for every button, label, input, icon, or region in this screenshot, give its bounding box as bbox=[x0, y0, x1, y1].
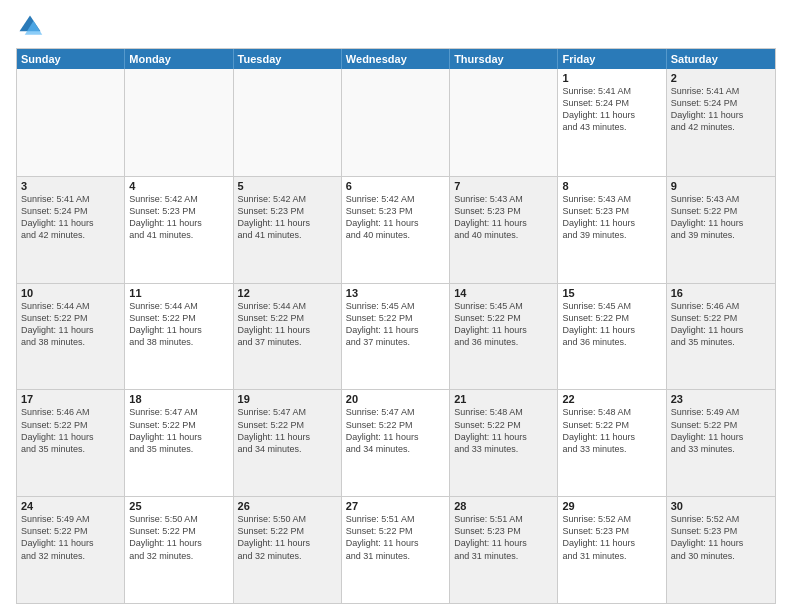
day-cell-20: 20Sunrise: 5:47 AM Sunset: 5:22 PM Dayli… bbox=[342, 390, 450, 496]
day-number: 29 bbox=[562, 500, 661, 512]
day-number: 19 bbox=[238, 393, 337, 405]
day-info: Sunrise: 5:48 AM Sunset: 5:22 PM Dayligh… bbox=[454, 406, 553, 455]
day-number: 20 bbox=[346, 393, 445, 405]
day-info: Sunrise: 5:51 AM Sunset: 5:23 PM Dayligh… bbox=[454, 513, 553, 562]
day-info: Sunrise: 5:42 AM Sunset: 5:23 PM Dayligh… bbox=[129, 193, 228, 242]
day-info: Sunrise: 5:41 AM Sunset: 5:24 PM Dayligh… bbox=[671, 85, 771, 134]
logo-icon bbox=[16, 12, 44, 40]
week-row-3: 10Sunrise: 5:44 AM Sunset: 5:22 PM Dayli… bbox=[17, 283, 775, 390]
day-info: Sunrise: 5:49 AM Sunset: 5:22 PM Dayligh… bbox=[671, 406, 771, 455]
day-number: 23 bbox=[671, 393, 771, 405]
day-cell-30: 30Sunrise: 5:52 AM Sunset: 5:23 PM Dayli… bbox=[667, 497, 775, 603]
day-info: Sunrise: 5:41 AM Sunset: 5:24 PM Dayligh… bbox=[562, 85, 661, 134]
day-cell-4: 4Sunrise: 5:42 AM Sunset: 5:23 PM Daylig… bbox=[125, 177, 233, 283]
day-info: Sunrise: 5:49 AM Sunset: 5:22 PM Dayligh… bbox=[21, 513, 120, 562]
day-cell-9: 9Sunrise: 5:43 AM Sunset: 5:22 PM Daylig… bbox=[667, 177, 775, 283]
day-cell-29: 29Sunrise: 5:52 AM Sunset: 5:23 PM Dayli… bbox=[558, 497, 666, 603]
day-number: 5 bbox=[238, 180, 337, 192]
day-number: 17 bbox=[21, 393, 120, 405]
empty-cell bbox=[342, 69, 450, 176]
empty-cell bbox=[125, 69, 233, 176]
day-info: Sunrise: 5:50 AM Sunset: 5:22 PM Dayligh… bbox=[238, 513, 337, 562]
day-number: 22 bbox=[562, 393, 661, 405]
day-number: 13 bbox=[346, 287, 445, 299]
week-row-5: 24Sunrise: 5:49 AM Sunset: 5:22 PM Dayli… bbox=[17, 496, 775, 603]
weekday-header-sunday: Sunday bbox=[17, 49, 125, 69]
day-cell-26: 26Sunrise: 5:50 AM Sunset: 5:22 PM Dayli… bbox=[234, 497, 342, 603]
weekday-header-saturday: Saturday bbox=[667, 49, 775, 69]
empty-cell bbox=[450, 69, 558, 176]
weekday-header-wednesday: Wednesday bbox=[342, 49, 450, 69]
day-number: 15 bbox=[562, 287, 661, 299]
day-info: Sunrise: 5:41 AM Sunset: 5:24 PM Dayligh… bbox=[21, 193, 120, 242]
day-info: Sunrise: 5:45 AM Sunset: 5:22 PM Dayligh… bbox=[562, 300, 661, 349]
calendar-body: 1Sunrise: 5:41 AM Sunset: 5:24 PM Daylig… bbox=[17, 69, 775, 603]
day-number: 18 bbox=[129, 393, 228, 405]
day-number: 28 bbox=[454, 500, 553, 512]
page: SundayMondayTuesdayWednesdayThursdayFrid… bbox=[0, 0, 792, 612]
week-row-4: 17Sunrise: 5:46 AM Sunset: 5:22 PM Dayli… bbox=[17, 389, 775, 496]
day-number: 26 bbox=[238, 500, 337, 512]
day-number: 11 bbox=[129, 287, 228, 299]
day-cell-15: 15Sunrise: 5:45 AM Sunset: 5:22 PM Dayli… bbox=[558, 284, 666, 390]
day-cell-5: 5Sunrise: 5:42 AM Sunset: 5:23 PM Daylig… bbox=[234, 177, 342, 283]
day-number: 21 bbox=[454, 393, 553, 405]
week-row-2: 3Sunrise: 5:41 AM Sunset: 5:24 PM Daylig… bbox=[17, 176, 775, 283]
weekday-header-friday: Friday bbox=[558, 49, 666, 69]
day-number: 30 bbox=[671, 500, 771, 512]
day-info: Sunrise: 5:46 AM Sunset: 5:22 PM Dayligh… bbox=[21, 406, 120, 455]
day-number: 2 bbox=[671, 72, 771, 84]
day-number: 1 bbox=[562, 72, 661, 84]
day-cell-6: 6Sunrise: 5:42 AM Sunset: 5:23 PM Daylig… bbox=[342, 177, 450, 283]
day-info: Sunrise: 5:45 AM Sunset: 5:22 PM Dayligh… bbox=[454, 300, 553, 349]
day-info: Sunrise: 5:45 AM Sunset: 5:22 PM Dayligh… bbox=[346, 300, 445, 349]
week-row-1: 1Sunrise: 5:41 AM Sunset: 5:24 PM Daylig… bbox=[17, 69, 775, 176]
day-number: 24 bbox=[21, 500, 120, 512]
day-info: Sunrise: 5:44 AM Sunset: 5:22 PM Dayligh… bbox=[21, 300, 120, 349]
day-info: Sunrise: 5:52 AM Sunset: 5:23 PM Dayligh… bbox=[671, 513, 771, 562]
day-cell-27: 27Sunrise: 5:51 AM Sunset: 5:22 PM Dayli… bbox=[342, 497, 450, 603]
calendar-header: SundayMondayTuesdayWednesdayThursdayFrid… bbox=[17, 49, 775, 69]
day-info: Sunrise: 5:46 AM Sunset: 5:22 PM Dayligh… bbox=[671, 300, 771, 349]
day-info: Sunrise: 5:47 AM Sunset: 5:22 PM Dayligh… bbox=[346, 406, 445, 455]
day-info: Sunrise: 5:52 AM Sunset: 5:23 PM Dayligh… bbox=[562, 513, 661, 562]
day-info: Sunrise: 5:42 AM Sunset: 5:23 PM Dayligh… bbox=[238, 193, 337, 242]
day-number: 8 bbox=[562, 180, 661, 192]
day-number: 3 bbox=[21, 180, 120, 192]
logo bbox=[16, 12, 48, 40]
day-info: Sunrise: 5:47 AM Sunset: 5:22 PM Dayligh… bbox=[238, 406, 337, 455]
day-info: Sunrise: 5:47 AM Sunset: 5:22 PM Dayligh… bbox=[129, 406, 228, 455]
day-number: 25 bbox=[129, 500, 228, 512]
day-number: 7 bbox=[454, 180, 553, 192]
empty-cell bbox=[17, 69, 125, 176]
day-info: Sunrise: 5:43 AM Sunset: 5:22 PM Dayligh… bbox=[671, 193, 771, 242]
day-cell-12: 12Sunrise: 5:44 AM Sunset: 5:22 PM Dayli… bbox=[234, 284, 342, 390]
day-number: 16 bbox=[671, 287, 771, 299]
day-cell-14: 14Sunrise: 5:45 AM Sunset: 5:22 PM Dayli… bbox=[450, 284, 558, 390]
weekday-header-tuesday: Tuesday bbox=[234, 49, 342, 69]
day-info: Sunrise: 5:44 AM Sunset: 5:22 PM Dayligh… bbox=[129, 300, 228, 349]
day-cell-7: 7Sunrise: 5:43 AM Sunset: 5:23 PM Daylig… bbox=[450, 177, 558, 283]
day-number: 6 bbox=[346, 180, 445, 192]
day-info: Sunrise: 5:43 AM Sunset: 5:23 PM Dayligh… bbox=[454, 193, 553, 242]
day-info: Sunrise: 5:50 AM Sunset: 5:22 PM Dayligh… bbox=[129, 513, 228, 562]
day-cell-28: 28Sunrise: 5:51 AM Sunset: 5:23 PM Dayli… bbox=[450, 497, 558, 603]
day-cell-24: 24Sunrise: 5:49 AM Sunset: 5:22 PM Dayli… bbox=[17, 497, 125, 603]
weekday-header-thursday: Thursday bbox=[450, 49, 558, 69]
day-cell-2: 2Sunrise: 5:41 AM Sunset: 5:24 PM Daylig… bbox=[667, 69, 775, 176]
day-cell-23: 23Sunrise: 5:49 AM Sunset: 5:22 PM Dayli… bbox=[667, 390, 775, 496]
day-info: Sunrise: 5:48 AM Sunset: 5:22 PM Dayligh… bbox=[562, 406, 661, 455]
day-info: Sunrise: 5:44 AM Sunset: 5:22 PM Dayligh… bbox=[238, 300, 337, 349]
day-info: Sunrise: 5:51 AM Sunset: 5:22 PM Dayligh… bbox=[346, 513, 445, 562]
weekday-header-monday: Monday bbox=[125, 49, 233, 69]
day-cell-16: 16Sunrise: 5:46 AM Sunset: 5:22 PM Dayli… bbox=[667, 284, 775, 390]
day-cell-22: 22Sunrise: 5:48 AM Sunset: 5:22 PM Dayli… bbox=[558, 390, 666, 496]
empty-cell bbox=[234, 69, 342, 176]
day-cell-25: 25Sunrise: 5:50 AM Sunset: 5:22 PM Dayli… bbox=[125, 497, 233, 603]
day-number: 27 bbox=[346, 500, 445, 512]
day-cell-21: 21Sunrise: 5:48 AM Sunset: 5:22 PM Dayli… bbox=[450, 390, 558, 496]
header bbox=[16, 12, 776, 40]
calendar: SundayMondayTuesdayWednesdayThursdayFrid… bbox=[16, 48, 776, 604]
day-info: Sunrise: 5:42 AM Sunset: 5:23 PM Dayligh… bbox=[346, 193, 445, 242]
day-cell-11: 11Sunrise: 5:44 AM Sunset: 5:22 PM Dayli… bbox=[125, 284, 233, 390]
